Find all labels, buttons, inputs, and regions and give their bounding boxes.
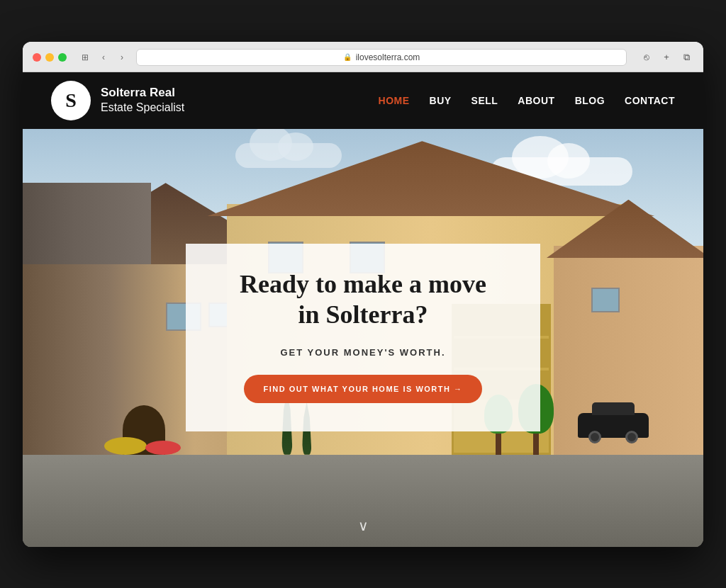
browser-chrome: ⊞ ‹ › 🔒 ilovesolterra.com ⎋ + ⧉	[23, 42, 703, 72]
nav-link-about[interactable]: ABOUT	[518, 95, 554, 106]
browser-controls: ⊞ ‹ ›	[78, 50, 129, 64]
tree-trunk-1	[533, 434, 539, 455]
browser-actions: ⎋ + ⧉	[640, 50, 693, 64]
nav-item-about[interactable]: ABOUT	[518, 94, 554, 107]
window-5	[591, 288, 620, 312]
close-button[interactable]	[33, 53, 41, 62]
hero-subtitle: GET YOUR MONEY'S WORTH.	[228, 347, 498, 358]
url-text: ilovesolterra.com	[356, 52, 420, 62]
bush-yellow	[104, 437, 147, 455]
website-content: S Solterra Real Estate Specialist HOME B…	[23, 72, 703, 547]
nav-item-buy[interactable]: BUY	[430, 94, 452, 107]
hero-cta-button[interactable]: FIND OUT WHAT YOUR HOME IS WORTH →	[244, 375, 483, 403]
car-silhouette	[578, 413, 649, 438]
nav-item-contact[interactable]: CONTACT	[625, 94, 675, 107]
traffic-lights	[33, 53, 67, 62]
nav-item-home[interactable]: HOME	[379, 94, 410, 107]
address-bar[interactable]: 🔒 ilovesolterra.com	[136, 49, 627, 66]
hero-section: Ready to make a move in Solterra? GET YO…	[23, 129, 703, 547]
car-top	[592, 402, 635, 415]
back-button[interactable]: ‹	[96, 50, 111, 64]
minimize-button[interactable]	[45, 53, 54, 62]
lock-icon: 🔒	[343, 53, 352, 61]
nav-item-blog[interactable]: BLOG	[575, 94, 605, 107]
nav-link-sell[interactable]: SELL	[471, 95, 498, 106]
nav-links: HOME BUY SELL ABOUT BLOG CONTACT	[379, 94, 675, 107]
tabs-icon[interactable]: ⧉	[679, 50, 693, 64]
nav-link-home[interactable]: HOME	[379, 95, 410, 106]
scroll-down-icon[interactable]: ∨	[358, 517, 369, 534]
cloud-2	[235, 143, 342, 168]
hero-title: Ready to make a move in Solterra?	[228, 269, 498, 330]
nav-item-sell[interactable]: SELL	[471, 94, 498, 107]
new-tab-icon[interactable]: +	[659, 50, 674, 64]
logo-text: Solterra Real Estate Specialist	[101, 85, 184, 115]
nav-link-buy[interactable]: BUY	[430, 95, 452, 106]
maximize-button[interactable]	[58, 53, 67, 62]
nav-link-contact[interactable]: CONTACT	[625, 95, 675, 106]
share-icon[interactable]: ⎋	[640, 50, 654, 64]
bush-red	[145, 441, 181, 455]
logo[interactable]: S Solterra Real Estate Specialist	[51, 81, 184, 120]
nav-link-blog[interactable]: BLOG	[575, 95, 605, 106]
forward-button[interactable]: ›	[115, 50, 129, 64]
logo-icon: S	[51, 81, 91, 120]
main-nav: S Solterra Real Estate Specialist HOME B…	[23, 72, 703, 129]
browser-window: ⊞ ‹ › 🔒 ilovesolterra.com ⎋ + ⧉ S Solter…	[23, 42, 703, 547]
sidebar-toggle-icon[interactable]: ⊞	[78, 50, 92, 64]
hero-content-overlay: Ready to make a move in Solterra? GET YO…	[186, 244, 540, 431]
tree-trunk-2	[496, 434, 501, 455]
